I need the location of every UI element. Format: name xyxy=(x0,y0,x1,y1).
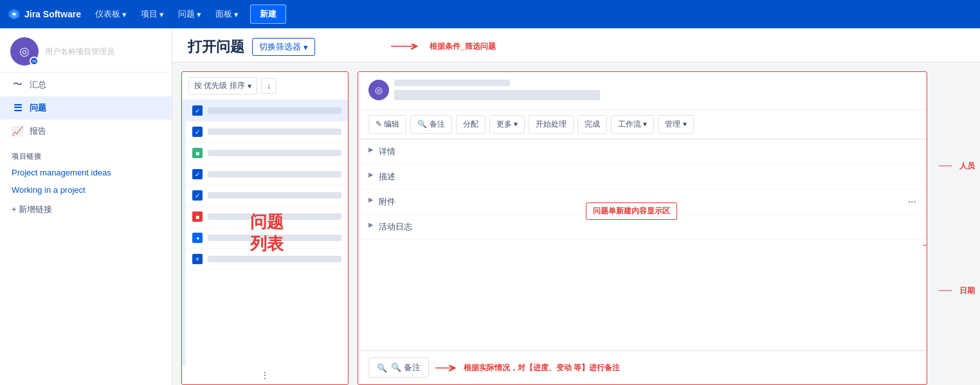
detail-section-description: ▶ 描述 日期 xyxy=(358,165,927,190)
issue-item-2[interactable]: ✓ xyxy=(186,121,348,143)
issues-icon: ☰ xyxy=(12,102,23,114)
nav-issue[interactable]: 问题 ▾ xyxy=(173,6,206,22)
logo-text: Jira Software xyxy=(24,9,81,19)
top-navigation: Jira Software 仪表板 ▾ 项目 ▾ 问题 ▾ 面板 ▾ 新建 xyxy=(0,0,980,28)
sort-direction-button[interactable]: ↓ xyxy=(261,78,277,94)
story-type-icon: ■ xyxy=(192,148,203,158)
sidebar-link-pm-ideas[interactable]: Project management ideas xyxy=(0,164,172,181)
content-area: 按 优先级 排序 ▾ ↓ ✓ xyxy=(172,62,980,385)
description-label[interactable]: 描述 xyxy=(379,171,411,183)
detail-body: ▶ 详情 人员 ▶ 描述 xyxy=(358,139,927,350)
issue-detail-panel: ◎ ✎ 编辑 🔍 备注 分配 更多 ▾ 开始处理 完成 工作流 ▾ xyxy=(358,71,927,385)
attachments-dots: ··· xyxy=(908,196,916,208)
more-items-indicator: ⋮ xyxy=(182,366,348,384)
issue-list-panel: 按 优先级 排序 ▾ ↓ ✓ xyxy=(181,71,349,385)
nav-project[interactable]: 项目 ▾ xyxy=(136,6,169,22)
detail-toolbar: ✎ 编辑 🔍 备注 分配 更多 ▾ 开始处理 完成 工作流 ▾ 管理 ▾ 功 xyxy=(358,110,927,139)
issue-checkbox-2[interactable]: ✓ xyxy=(192,127,203,137)
complete-button[interactable]: 完成 xyxy=(577,115,607,134)
nav-board[interactable]: 面板 ▾ xyxy=(210,6,244,22)
sidebar-link-working[interactable]: Working in a project xyxy=(0,181,172,199)
add-link-button[interactable]: + 新增链接 xyxy=(0,199,172,220)
issue-item-3[interactable]: ■ xyxy=(186,143,348,164)
project-links-section: 项目链接 xyxy=(0,143,172,164)
bug-type-icon: ■ xyxy=(192,211,203,222)
sort-bar: 按 优先级 排序 ▾ ↓ xyxy=(182,72,348,100)
issue-item-5[interactable]: ✓ xyxy=(186,185,348,206)
sort-select[interactable]: 按 优先级 排序 ▾ xyxy=(188,77,257,94)
comment-annotation: 根据实际情况，对【进度、变动 等】进行备注 xyxy=(464,363,620,373)
username-text: 用户名称项目管理员 xyxy=(45,46,161,57)
attachments-label[interactable]: 附件 xyxy=(379,196,411,208)
sidebar: ◎ ✉ 用户名称项目管理员 〜 汇总 ☰ 问题 📈 报告 项目链接 Projec… xyxy=(0,28,172,385)
page-title: 打开问题 xyxy=(188,37,244,57)
filter-switcher-button[interactable]: 切换筛选器 ▾ xyxy=(252,38,315,56)
workflow-button[interactable]: 工作流 ▾ xyxy=(611,115,654,134)
right-people-label: 人员 xyxy=(959,161,975,172)
issue-avatar: ◎ xyxy=(368,80,389,100)
right-date-label: 日期 xyxy=(959,285,975,296)
issue-item-6[interactable]: ■ xyxy=(186,206,348,228)
avatar-badge: ✉ xyxy=(30,57,39,66)
assign-button[interactable]: 分配 xyxy=(456,115,485,134)
filter-annotation: 根据条件_筛选问题 xyxy=(430,41,496,52)
issue-item-7[interactable]: ⬥ xyxy=(186,228,348,249)
issue-item-8[interactable]: ≡ xyxy=(186,249,348,270)
main-content: 打开问题 切换筛选器 ▾ 根据条件_筛选问题 按 优先级 xyxy=(172,28,980,385)
sidebar-item-issues[interactable]: ☰ 问题 xyxy=(0,96,172,120)
start-process-button[interactable]: 开始处理 xyxy=(529,115,574,134)
details-label[interactable]: 详情 xyxy=(379,146,411,157)
subtask-type-icon: ⬥ xyxy=(192,233,203,243)
summary-icon: 〜 xyxy=(12,78,23,91)
feature-type-icon: ≡ xyxy=(192,254,203,264)
more-button[interactable]: 更多 ▾ xyxy=(489,115,525,134)
reports-icon: 📈 xyxy=(12,125,23,137)
right-annotations: 人员 日期 xyxy=(936,71,980,385)
create-new-button[interactable]: 新建 xyxy=(250,4,286,24)
user-profile-area: ◎ ✉ 用户名称项目管理员 xyxy=(0,28,172,73)
issue-title-blurred xyxy=(394,90,600,100)
svg-rect-2 xyxy=(13,13,16,15)
detail-header: ◎ xyxy=(358,72,927,110)
nav-dashboard[interactable]: 仪表板 ▾ xyxy=(90,6,132,22)
main-header: 打开问题 切换筛选器 ▾ 根据条件_筛选问题 xyxy=(172,28,980,62)
issue-checkbox-5[interactable]: ✓ xyxy=(192,190,203,201)
edit-button[interactable]: ✎ 编辑 xyxy=(368,115,406,134)
detail-section-activity: ▶ 活动日志 xyxy=(358,215,927,240)
avatar: ◎ ✉ xyxy=(10,37,39,66)
detail-section-details: ▶ 详情 人员 xyxy=(358,139,927,165)
comment-toolbar-button[interactable]: 🔍 备注 xyxy=(410,115,451,134)
manage-button[interactable]: 管理 ▾ xyxy=(658,115,693,134)
issue-checkbox-4[interactable]: ✓ xyxy=(192,169,203,179)
sidebar-item-summary[interactable]: 〜 汇总 xyxy=(0,73,172,96)
bottom-comment-area: 🔍 🔍 备注 根据实际情况，对【进度、变动 等】进行备注 xyxy=(358,350,927,384)
issue-checkbox-1[interactable]: ✓ xyxy=(192,105,203,116)
activity-label[interactable]: 活动日志 xyxy=(379,221,412,233)
issue-id-blurred xyxy=(394,80,510,86)
sidebar-item-reports[interactable]: 📈 报告 xyxy=(0,120,172,143)
issue-item-1[interactable]: ✓ xyxy=(186,100,348,121)
issue-item-4[interactable]: ✓ xyxy=(186,164,348,185)
bottom-comment-button[interactable]: 🔍 🔍 备注 xyxy=(368,357,429,378)
app-logo[interactable]: Jira Software xyxy=(8,8,81,21)
issue-list: ✓ ✓ ■ xyxy=(186,100,348,366)
detail-section-attachments: ▶ 附件 ··· xyxy=(358,190,927,215)
